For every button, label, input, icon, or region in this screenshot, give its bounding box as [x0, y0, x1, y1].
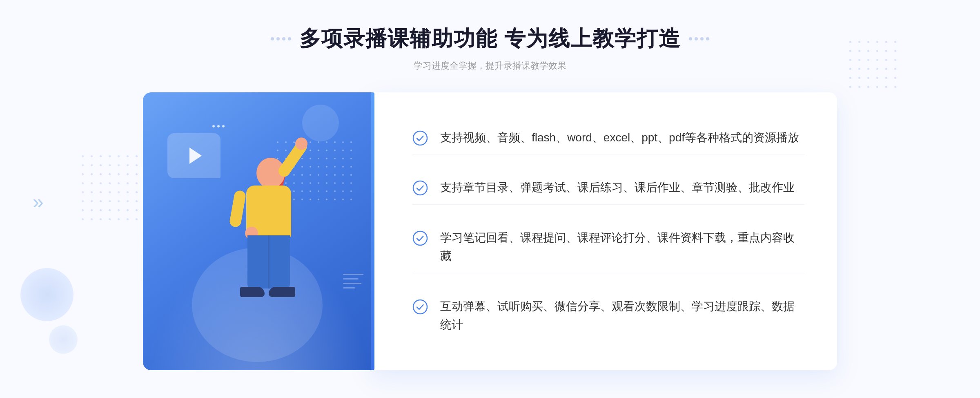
fig-hand-right	[295, 138, 307, 150]
page-subtitle: 学习进度全掌握，提升录播课教学效果	[271, 60, 709, 72]
header-deco-dot-7	[700, 37, 704, 40]
check-icon-1	[412, 130, 428, 146]
illus-circle-sm	[302, 105, 339, 141]
svg-point-1	[413, 181, 427, 195]
svg-point-3	[413, 300, 427, 314]
fig-shoe-left	[240, 287, 265, 297]
sparkle-decoration	[212, 125, 225, 127]
header-deco-left	[271, 37, 291, 40]
header-deco-dot-1	[271, 37, 274, 40]
dot-grid-left	[82, 155, 149, 222]
feature-text-1: 支持视频、音频、flash、word、excel、ppt、pdf等各种格式的资源…	[440, 129, 799, 147]
feature-item-4: 互动弹幕、试听购买、微信分享、观看次数限制、学习进度跟踪、数据统计	[412, 290, 804, 342]
page-container: » 多项录播课辅助功能 专为线上教学打造 学习进度全掌握，提升录播课教学效果	[0, 0, 980, 398]
header-title-row: 多项录播课辅助功能 专为线上教学打造	[271, 25, 709, 53]
illustration-panel	[143, 92, 372, 370]
deco-circle-blue-left	[20, 268, 74, 321]
check-icon-4	[412, 299, 428, 315]
header-deco-dot-2	[276, 37, 280, 40]
feature-item-1: 支持视频、音频、flash、word、excel、ppt、pdf等各种格式的资源…	[412, 121, 804, 155]
header-deco-dot-8	[706, 37, 709, 40]
feature-text-2: 支持章节目录、弹题考试、课后练习、课后作业、章节测验、批改作业	[440, 179, 795, 197]
features-panel: 支持视频、音频、flash、word、excel、ppt、pdf等各种格式的资源…	[372, 92, 837, 370]
check-icon-2	[412, 180, 428, 196]
feature-text-3: 学习笔记回看、课程提问、课程评论打分、课件资料下载，重点内容收藏	[440, 229, 804, 266]
header-deco-dot-4	[288, 37, 291, 40]
feature-item-2: 支持章节目录、弹题考试、课后练习、课后作业、章节测验、批改作业	[412, 171, 804, 205]
header-deco-dot-3	[282, 37, 285, 40]
play-icon	[189, 148, 202, 164]
fig-pants-line	[268, 235, 270, 288]
feature-item-3: 学习笔记回看、课程提问、课程评论打分、课件资料下载，重点内容收藏	[412, 221, 804, 273]
chevron-left-icon: »	[33, 190, 40, 213]
svg-point-2	[413, 231, 427, 245]
feature-text-4: 互动弹幕、试听购买、微信分享、观看次数限制、学习进度跟踪、数据统计	[440, 297, 804, 334]
deco-circle-blue-sm	[49, 325, 78, 354]
page-title: 多项录播课辅助功能 专为线上教学打造	[299, 25, 681, 53]
header: 多项录播课辅助功能 专为线上教学打造 学习进度全掌握，提升录播课教学效果	[271, 25, 709, 72]
header-deco-dot-6	[695, 37, 698, 40]
fig-arm-left	[229, 190, 246, 228]
svg-point-0	[413, 131, 427, 145]
header-deco-right	[689, 37, 709, 40]
illustration-figure	[212, 158, 326, 370]
main-content: 支持视频、音频、flash、word、excel、ppt、pdf等各种格式的资源…	[143, 92, 837, 370]
check-icon-3	[412, 230, 428, 246]
header-deco-dot-5	[689, 37, 692, 40]
dot-grid-right	[849, 41, 898, 90]
fig-shoe-right	[269, 287, 295, 297]
